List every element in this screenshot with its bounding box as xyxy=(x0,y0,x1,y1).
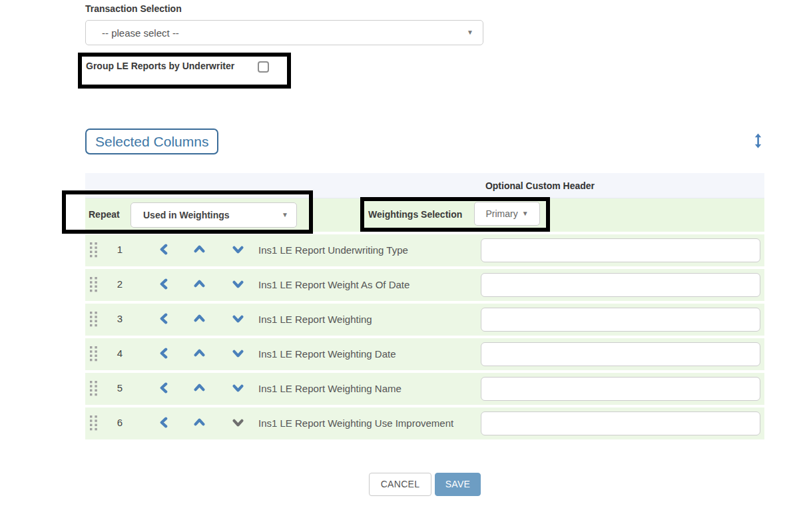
move-left-icon[interactable] xyxy=(158,278,170,290)
table-row: 4 Ins1 LE Report Weighting Date xyxy=(85,338,764,370)
column-name-label: Ins1 LE Report Weighting Date xyxy=(258,348,396,360)
weightings-selection-select[interactable]: Primary ▼ xyxy=(474,202,540,226)
drag-handle-icon[interactable] xyxy=(90,381,98,399)
custom-header-input[interactable] xyxy=(481,377,760,401)
row-order-number: 4 xyxy=(111,348,129,359)
move-down-icon[interactable] xyxy=(232,313,244,324)
row-order-number: 6 xyxy=(111,417,129,428)
column-name-label: Ins1 LE Report Weighting xyxy=(258,314,372,325)
selected-columns-title: Selected Columns xyxy=(85,129,218,154)
table-row: 1 Ins1 LE Report Underwriting Type xyxy=(85,234,764,266)
transaction-selection-label: Transaction Selection xyxy=(85,3,182,14)
table-row: 6 Ins1 LE Report Weighting Use Improveme… xyxy=(85,407,764,439)
table-filter-row: Repeat Used in Weightings ▼ Weightings S… xyxy=(85,198,764,232)
save-button[interactable]: SAVE xyxy=(435,473,481,496)
drag-handle-icon[interactable] xyxy=(90,312,98,330)
row-order-number: 1 xyxy=(111,244,129,255)
custom-header-input[interactable] xyxy=(481,411,760,435)
move-up-icon[interactable] xyxy=(194,244,205,255)
table-row: 5 Ins1 LE Report Weighting Name xyxy=(85,373,764,405)
move-down-icon[interactable] xyxy=(232,382,244,394)
group-underwriter-checkbox[interactable] xyxy=(258,61,269,73)
custom-header-input[interactable] xyxy=(481,273,760,297)
drag-handle-icon[interactable] xyxy=(90,346,98,364)
drag-handle-icon[interactable] xyxy=(90,415,98,433)
table-row: 3 Ins1 LE Report Weighting xyxy=(85,304,764,336)
move-left-icon[interactable] xyxy=(158,313,170,324)
table-row: 2 Ins1 LE Report Weight As Of Date xyxy=(85,269,764,301)
move-left-icon[interactable] xyxy=(158,348,170,359)
report-columns-config-page: Transaction Selection -- please select -… xyxy=(0,0,811,532)
repeat-select[interactable]: Used in Weightings ▼ xyxy=(131,202,297,228)
weightings-selection-label: Weightings Selection xyxy=(368,209,462,220)
optional-custom-header-label: Optional Custom Header xyxy=(485,173,595,198)
move-up-icon[interactable] xyxy=(194,348,205,359)
move-down-icon[interactable] xyxy=(232,244,244,255)
resize-vertical-icon[interactable] xyxy=(753,133,763,151)
transaction-selection-value: -- please select -- xyxy=(102,27,467,39)
table-rows: 1 Ins1 LE Report Underwriting Type xyxy=(85,234,764,439)
move-down-icon[interactable] xyxy=(232,278,244,290)
chevron-down-icon: ▼ xyxy=(282,212,288,218)
custom-header-input[interactable] xyxy=(481,238,760,262)
move-up-icon[interactable] xyxy=(194,313,205,324)
repeat-label: Repeat xyxy=(89,209,120,220)
drag-handle-icon[interactable] xyxy=(90,277,98,295)
weightings-selection-value: Primary xyxy=(485,208,517,219)
move-down-icon[interactable] xyxy=(232,417,244,428)
chevron-down-icon: ▼ xyxy=(522,210,529,217)
transaction-selection-select[interactable]: -- please select -- ▼ xyxy=(85,20,483,45)
repeat-select-value: Used in Weightings xyxy=(143,210,282,220)
row-order-number: 2 xyxy=(111,278,129,290)
move-up-icon[interactable] xyxy=(194,417,205,428)
row-order-number: 3 xyxy=(111,313,129,324)
custom-header-input[interactable] xyxy=(481,342,760,366)
column-name-label: Ins1 LE Report Weighting Name xyxy=(258,383,402,394)
selected-columns-table: Optional Custom Header Repeat Used in We… xyxy=(85,173,764,439)
move-down-icon[interactable] xyxy=(232,348,244,359)
table-header-row: Optional Custom Header xyxy=(85,173,764,198)
move-left-icon[interactable] xyxy=(158,244,170,255)
move-left-icon[interactable] xyxy=(158,417,170,428)
column-name-label: Ins1 LE Report Weighting Use Improvement xyxy=(258,417,453,429)
column-name-label: Ins1 LE Report Weight As Of Date xyxy=(258,279,409,290)
column-name-label: Ins1 LE Report Underwriting Type xyxy=(258,244,408,256)
row-order-number: 5 xyxy=(111,382,129,394)
drag-handle-icon[interactable] xyxy=(90,242,98,260)
group-underwriter-label: Group LE Reports by Underwriter xyxy=(86,61,234,71)
cancel-button[interactable]: CANCEL xyxy=(369,473,431,496)
move-up-icon[interactable] xyxy=(194,382,205,394)
move-up-icon[interactable] xyxy=(194,278,205,290)
custom-header-input[interactable] xyxy=(481,308,760,332)
chevron-down-icon: ▼ xyxy=(467,29,473,36)
move-left-icon[interactable] xyxy=(158,382,170,394)
